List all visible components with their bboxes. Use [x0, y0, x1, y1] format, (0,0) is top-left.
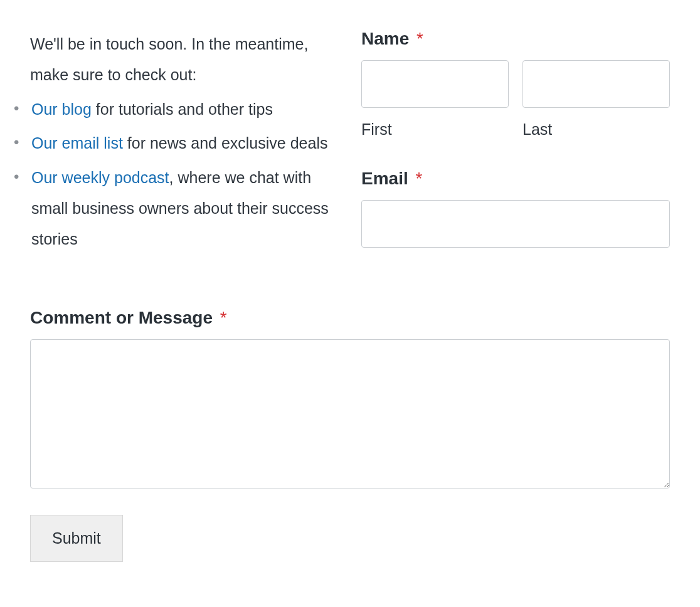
list-item-text: for news and exclusive deals	[123, 134, 328, 152]
email-input[interactable]	[361, 200, 670, 248]
required-marker: *	[416, 29, 423, 48]
email-label: Email *	[361, 169, 670, 189]
required-marker: *	[220, 308, 227, 327]
blog-link[interactable]: Our blog	[31, 100, 92, 118]
first-name-input[interactable]	[361, 60, 509, 108]
email-list-link[interactable]: Our email list	[31, 134, 123, 152]
last-name-sublabel: Last	[522, 120, 670, 139]
name-label-text: Name	[361, 29, 409, 48]
comment-label: Comment or Message *	[30, 308, 670, 328]
comment-textarea[interactable]	[30, 339, 670, 488]
list-item: Our weekly podcast, where we chat with s…	[31, 162, 331, 254]
email-label-text: Email	[361, 169, 408, 188]
submit-button[interactable]: Submit	[30, 515, 123, 562]
required-marker: *	[415, 169, 422, 188]
intro-text: We'll be in touch soon. In the meantime,…	[30, 29, 331, 90]
last-name-input[interactable]	[522, 60, 670, 108]
first-name-sublabel: First	[361, 120, 509, 139]
list-item: Our email list for news and exclusive de…	[31, 128, 331, 159]
list-item: Our blog for tutorials and other tips	[31, 94, 331, 125]
list-item-text: for tutorials and other tips	[92, 100, 273, 118]
podcast-link[interactable]: Our weekly podcast	[31, 169, 169, 186]
name-label: Name *	[361, 29, 670, 49]
comment-label-text: Comment or Message	[30, 308, 213, 327]
